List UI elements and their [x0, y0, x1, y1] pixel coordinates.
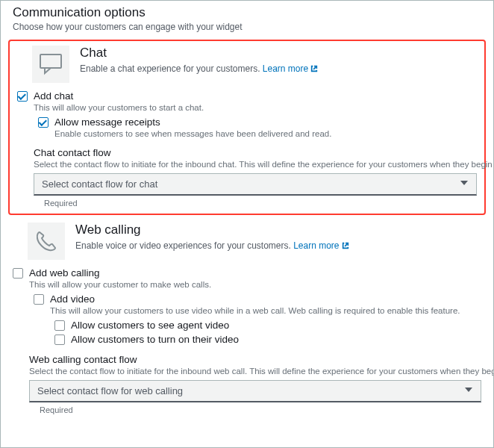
- panel-description: Choose how your customers can engage wit…: [13, 22, 481, 32]
- agent-video-checkbox[interactable]: [54, 320, 65, 331]
- add-video-checkbox[interactable]: [34, 294, 44, 305]
- web-flow-placeholder: Select contact flow for web calling: [37, 385, 183, 396]
- allow-receipts-checkbox[interactable]: [38, 117, 49, 128]
- chat-title: Chat: [80, 46, 318, 60]
- web-subtitle: Enable voice or video experiences for yo…: [75, 240, 349, 252]
- agent-video-row: Allow customers to see agent video: [54, 320, 481, 331]
- web-learn-more-link[interactable]: Learn more: [293, 240, 348, 251]
- agent-video-label: Allow customers to see agent video: [71, 320, 229, 331]
- add-chat-checkbox[interactable]: [17, 91, 28, 102]
- add-video-desc: This will allow your customers to use vi…: [50, 306, 460, 315]
- web-flow-select[interactable]: Select contact flow for web calling: [29, 380, 481, 402]
- external-link-icon: [310, 64, 318, 75]
- chevron-down-icon: [460, 178, 469, 190]
- web-calling-section: Web calling Enable voice or video experi…: [13, 223, 481, 414]
- add-chat-row: Add chat This will allow your customers …: [17, 90, 477, 112]
- add-web-calling-checkbox[interactable]: [13, 268, 23, 279]
- add-chat-label: Add chat: [34, 90, 204, 102]
- communication-options-panel: Communication options Choose how your cu…: [0, 0, 494, 448]
- receipts-row: Allow message receipts Enable customers …: [38, 116, 477, 138]
- web-header: Web calling Enable voice or video experi…: [13, 223, 481, 260]
- web-title: Web calling: [75, 223, 349, 237]
- web-flow-required: Required: [40, 405, 481, 414]
- chat-flow-required: Required: [44, 199, 477, 208]
- chat-flow-desc: Select the contact flow to initiate for …: [34, 160, 477, 169]
- chat-flow-title: Chat contact flow: [34, 147, 477, 158]
- allow-receipts-label: Allow message receipts: [54, 116, 331, 128]
- panel-title: Communication options: [13, 5, 481, 20]
- chat-icon: [32, 46, 69, 83]
- chat-flow-select[interactable]: Select contact flow for chat: [34, 173, 477, 196]
- customer-video-checkbox[interactable]: [54, 335, 65, 345]
- add-video-label: Add video: [50, 293, 460, 305]
- chevron-down-icon: [464, 385, 473, 396]
- phone-icon: [28, 223, 65, 260]
- external-link-icon: [342, 241, 349, 252]
- add-chat-desc: This will allow your customers to start …: [34, 103, 204, 112]
- customer-video-row: Allow customers to turn on their video: [54, 334, 481, 345]
- svg-rect-0: [40, 55, 61, 68]
- chat-header: Chat Enable a chat experience for your c…: [17, 46, 477, 83]
- web-flow-title: Web calling contact flow: [29, 354, 481, 365]
- chat-subtitle: Enable a chat experience for your custom…: [80, 63, 318, 75]
- allow-receipts-desc: Enable customers to see when messages ha…: [54, 129, 331, 138]
- chat-flow-placeholder: Select contact flow for chat: [42, 178, 157, 190]
- customer-video-label: Allow customers to turn on their video: [71, 334, 239, 345]
- web-flow-desc: Select the contact flow to initiate for …: [29, 367, 481, 376]
- add-web-calling-row: Add web calling This will allow your cus…: [13, 267, 481, 289]
- add-web-calling-desc: This will allow your customer to make we…: [29, 280, 211, 289]
- add-video-row: Add video This will allow your customers…: [34, 293, 481, 315]
- chat-section-highlight: Chat Enable a chat experience for your c…: [8, 40, 486, 215]
- chat-learn-more-link[interactable]: Learn more: [263, 63, 318, 74]
- add-web-calling-label: Add web calling: [29, 267, 211, 279]
